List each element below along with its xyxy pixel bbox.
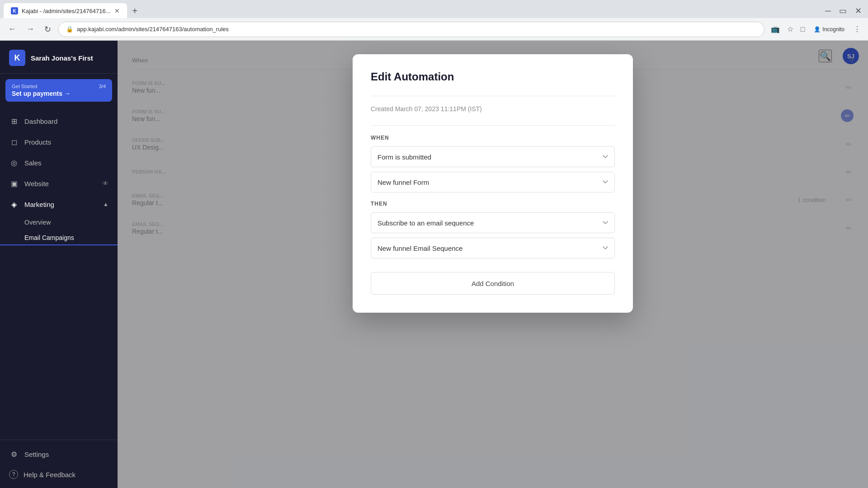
sidebar-item-marketing[interactable]: ◈ Marketing ▲ (0, 194, 118, 215)
bookmark-icon[interactable]: ☆ (785, 23, 795, 35)
products-icon: ◻ (9, 137, 19, 147)
sidebar-sub-item-overview[interactable]: Overview (0, 215, 118, 230)
browser-chrome: K Kajabi - /admin/sites/214764716... ✕ +… (0, 0, 868, 41)
cta-badge: 3/4 (99, 84, 106, 89)
sidebar-item-label-sales: Sales (24, 159, 42, 167)
modal-title: Edit Automation (371, 70, 615, 83)
sidebar-item-label-dashboard: Dashboard (24, 117, 57, 125)
add-condition-button[interactable]: Add Condition (371, 272, 615, 295)
marketing-collapse-icon: ▲ (103, 201, 108, 207)
sidebar-item-label-marketing: Marketing (24, 201, 54, 208)
settings-icon: ⚙ (9, 449, 19, 459)
tab-close-icon[interactable]: ✕ (114, 7, 120, 14)
modal-overlay[interactable]: Edit Automation Created March 07, 2023 1… (118, 41, 868, 488)
sidebar-item-sales[interactable]: ◎ Sales (0, 152, 118, 173)
minimize-button[interactable]: ─ (822, 5, 834, 18)
forward-button[interactable]: → (24, 23, 37, 36)
back-button[interactable]: ← (5, 23, 19, 36)
tab-title: Kajabi - /admin/sites/214764716... (22, 8, 111, 14)
then-sequence-select[interactable]: New funnel Email Sequence (371, 238, 615, 258)
modal-divider-1 (371, 96, 615, 96)
when-trigger-select[interactable]: Form is submitted (371, 146, 615, 167)
sidebar-item-help[interactable]: ? Help & Feedback (0, 465, 118, 484)
sidebar-logo: K (9, 50, 25, 66)
when-section: WHEN Form is submitted New funnel Form (371, 135, 615, 197)
url-text: app.kajabi.com/admin/sites/2147647163/au… (77, 26, 229, 33)
when-form-select[interactable]: New funnel Form (371, 172, 615, 192)
dashboard-icon: ⊞ (9, 116, 19, 126)
incognito-button[interactable]: 👤 Incognito (810, 24, 848, 34)
browser-tab[interactable]: K Kajabi - /admin/sites/214764716... ✕ (4, 3, 127, 19)
when-label: WHEN (371, 135, 615, 141)
address-bar[interactable]: 🔒 app.kajabi.com/admin/sites/2147647163/… (58, 22, 764, 37)
get-started-cta[interactable]: Get Started 3/4 Set up payments → (5, 79, 112, 102)
edit-automation-modal: Edit Automation Created March 07, 2023 1… (353, 54, 633, 313)
help-icon: ? (9, 470, 18, 479)
main-content: 🔍 SJ When If Form is su... New fun... ✏ (118, 41, 868, 488)
sidebar-item-label-products: Products (24, 138, 51, 146)
website-icon: ▣ (9, 178, 19, 188)
sidebar-item-label-help: Help & Feedback (24, 471, 75, 479)
sidebar-item-label-settings: Settings (24, 450, 49, 458)
refresh-button[interactable]: ↻ (42, 23, 54, 36)
tab-favicon: K (11, 7, 18, 14)
maximize-button[interactable]: ▭ (836, 4, 849, 18)
sidebar-sub-item-email-campaigns[interactable]: Email Campaigns (0, 230, 118, 245)
sidebar-brand: Sarah Jonas's First (31, 54, 93, 62)
close-window-button[interactable]: ✕ (852, 4, 864, 18)
sidebar-header: K Sarah Jonas's First (0, 41, 118, 74)
then-section: THEN Subscribe to an email sequence New … (371, 201, 615, 263)
modal-divider-2 (371, 125, 615, 126)
sidebar-item-label-website: Website (24, 180, 49, 188)
new-tab-button[interactable]: + (129, 4, 142, 18)
then-label: THEN (371, 201, 615, 207)
cta-title: Set up payments → (12, 90, 106, 97)
then-action-select[interactable]: Subscribe to an email sequence (371, 212, 615, 233)
screen-cast-icon[interactable]: 📺 (769, 23, 782, 35)
sidebar-item-website[interactable]: ▣ Website 👁 (0, 173, 118, 194)
website-eye-icon[interactable]: 👁 (102, 180, 108, 187)
extension-icon[interactable]: □ (799, 23, 807, 35)
sales-icon: ◎ (9, 158, 19, 168)
sidebar-item-products[interactable]: ◻ Products (0, 131, 118, 152)
cta-label-text: Get Started (12, 84, 37, 89)
marketing-icon: ◈ (9, 199, 19, 209)
modal-created-text: Created March 07, 2023 11:11PM (IST) (371, 105, 615, 113)
sidebar: K Sarah Jonas's First Get Started 3/4 Se… (0, 41, 118, 488)
sidebar-item-settings[interactable]: ⚙ Settings (0, 444, 118, 465)
menu-button[interactable]: ⋮ (852, 23, 863, 35)
lock-icon: 🔒 (66, 26, 73, 33)
sidebar-item-dashboard[interactable]: ⊞ Dashboard (0, 111, 118, 131)
